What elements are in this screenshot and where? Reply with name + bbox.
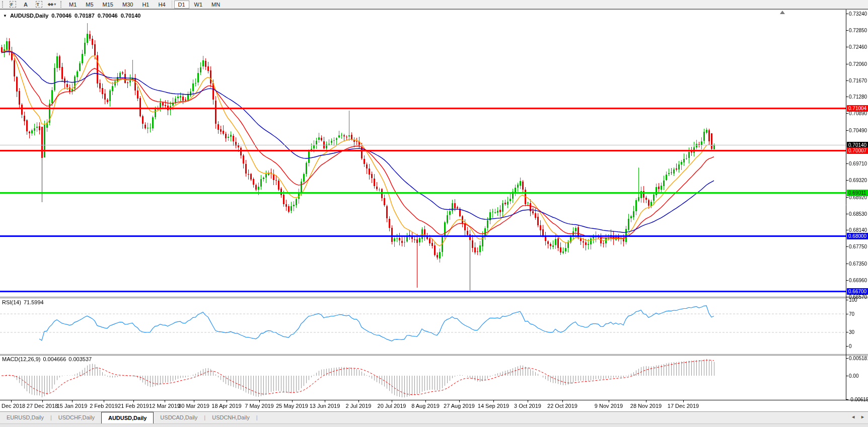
tab-scroll-right-arrow[interactable]: ► bbox=[860, 414, 865, 419]
fibonacci-tool-icon: F bbox=[10, 1, 16, 8]
chart-window: ▼ AUDUSD,Daily 0.70046 0.70187 0.70046 0… bbox=[0, 9, 868, 411]
tab-separator: | bbox=[256, 412, 258, 423]
macd-tick-label: 0.005181 bbox=[849, 355, 868, 362]
shapes-tool-button[interactable]: ◆◆▾ bbox=[46, 1, 57, 9]
price-tick-label: 0.67350 bbox=[849, 261, 867, 267]
macd-main-value: 0.004666 bbox=[43, 356, 66, 362]
price-tick-label: 0.70490 bbox=[849, 127, 867, 134]
rsi-tick-label: 100 bbox=[849, 297, 857, 303]
ohlc-low: 0.70046 bbox=[98, 13, 118, 19]
macd-name: MACD(12,26,9) bbox=[2, 356, 40, 362]
timeframe-button-m1[interactable]: M1 bbox=[65, 1, 81, 9]
timeframe-button-m30[interactable]: M30 bbox=[118, 1, 137, 9]
tab-scrollers: ◄ ► bbox=[851, 414, 865, 419]
chart-tab-bar: EURUSD,Daily|USDCHF,DailyAUDUSD,DailyUSD… bbox=[0, 411, 868, 423]
shapes-dropdown-caret-icon: ▾ bbox=[54, 2, 56, 7]
price-tick-label: 0.72060 bbox=[849, 61, 867, 67]
toolbar-grip[interactable] bbox=[2, 1, 4, 8]
support-line-0.66700[interactable] bbox=[0, 291, 846, 292]
rsi-indicator-label: RSI(14) 71.5994 bbox=[2, 299, 44, 305]
timeframe-button-d1[interactable]: D1 bbox=[174, 1, 189, 9]
text-box-tool-button[interactable]: T bbox=[33, 1, 44, 9]
price-level-badge: 0.66700 bbox=[847, 288, 868, 295]
price-tick-label: 0.71280 bbox=[849, 94, 867, 100]
window-bottom-strip bbox=[0, 423, 868, 427]
date-tick-label: 28 Nov 2019 bbox=[625, 403, 667, 409]
chart-tabs: EURUSD,Daily|USDCHF,DailyAUDUSD,DailyUSD… bbox=[0, 412, 258, 423]
current-price-line bbox=[0, 145, 846, 145]
date-tick-label: 9 Nov 2019 bbox=[588, 403, 630, 409]
price-tick-label: 0.72460 bbox=[849, 44, 867, 50]
tab-usdchf-daily[interactable]: USDCHF,Daily bbox=[52, 412, 101, 423]
timeframe-button-mn[interactable]: MN bbox=[207, 1, 224, 9]
rsi-name: RSI(14) bbox=[2, 299, 21, 305]
date-tick-label: 22 Oct 2019 bbox=[541, 403, 584, 409]
price-tick-label: 0.67750 bbox=[849, 243, 867, 250]
price-tick-label: 0.69710 bbox=[849, 160, 867, 167]
price-tick-label: 0.73240 bbox=[849, 11, 867, 17]
rsi-tick-label: 0 bbox=[849, 343, 852, 350]
macd-indicator-label: MACD(12,26,9) 0.004666 0.003537 bbox=[2, 356, 92, 362]
price-level-badge: 0.70007 bbox=[847, 147, 868, 154]
resistance-line-0.70007[interactable] bbox=[0, 150, 846, 151]
macd-tick-label: -0.006153 bbox=[849, 396, 868, 403]
chart-shift-marker-icon bbox=[780, 11, 785, 14]
tab-eurusd-daily[interactable]: EURUSD,Daily bbox=[0, 412, 50, 423]
chart-title: ▼ AUDUSD,Daily 0.70046 0.70187 0.70046 0… bbox=[3, 13, 140, 19]
ohlc-close: 0.70140 bbox=[121, 13, 141, 19]
price-level-badge: 0.71004 bbox=[847, 105, 868, 112]
price-tick-label: 0.68530 bbox=[849, 211, 867, 217]
rsi-value: 71.5994 bbox=[24, 299, 44, 305]
shapes-tool-icon: ◆◆ bbox=[48, 2, 53, 7]
timeframe-button-w1[interactable]: W1 bbox=[190, 1, 207, 9]
price-level-badge: 0.68000 bbox=[847, 233, 868, 239]
toolbar-grip-2[interactable] bbox=[60, 1, 62, 8]
support-line-0.68000[interactable] bbox=[0, 235, 846, 237]
timeframe-separator bbox=[172, 1, 172, 8]
tab-usdcad-daily[interactable]: USDCAD,Daily bbox=[154, 412, 204, 423]
rsi-tick-label: 30 bbox=[849, 329, 854, 335]
timeframe-button-m15[interactable]: M15 bbox=[99, 1, 117, 9]
ohlc-open: 0.70046 bbox=[51, 13, 71, 19]
tab-usdcnh-daily[interactable]: USDCNH,Daily bbox=[205, 412, 256, 423]
fibonacci-tool-button[interactable]: F bbox=[7, 1, 18, 9]
toolbar: FAT◆◆▾ M1M5M15M30H1H4D1W1MN bbox=[0, 0, 868, 9]
ohlc-high: 0.70187 bbox=[75, 13, 95, 19]
drawing-tools-group: FAT◆◆▾ bbox=[6, 1, 58, 9]
resistance-line-0.71004[interactable] bbox=[0, 108, 846, 109]
text-tool-icon: A bbox=[24, 2, 28, 8]
timeframe-button-m5[interactable]: M5 bbox=[82, 1, 97, 9]
timeframes-group: M1M5M15M30H1H4D1W1MN bbox=[64, 1, 225, 9]
text-box-tool-icon: T bbox=[36, 1, 42, 8]
timeframe-button-h1[interactable]: H1 bbox=[138, 1, 153, 9]
date-tick-label: 17 Dec 2019 bbox=[662, 403, 704, 409]
chart-symbol-label: AUDUSD,Daily bbox=[10, 13, 48, 19]
chart-expander-icon[interactable]: ▼ bbox=[3, 14, 7, 18]
price-tick-label: 0.71670 bbox=[849, 77, 867, 84]
price-tick-label: 0.66960 bbox=[849, 277, 867, 284]
price-tick-label: 0.69320 bbox=[849, 177, 867, 184]
support-line-0.69011[interactable] bbox=[0, 192, 846, 194]
mt4-window: FAT◆◆▾ M1M5M15M30H1H4D1W1MN ▼ AUDUSD,Dai… bbox=[0, 0, 868, 427]
tab-audusd-daily[interactable]: AUDUSD,Daily bbox=[101, 412, 154, 423]
price-level-badge: 0.69011 bbox=[847, 190, 868, 196]
timeframe-button-h4[interactable]: H4 bbox=[154, 1, 169, 9]
tab-scroll-left-arrow[interactable]: ◄ bbox=[851, 414, 855, 419]
price-tick-label: 0.72850 bbox=[849, 27, 867, 34]
rsi-tick-label: 70 bbox=[849, 311, 854, 317]
macd-tick-label: 0.00 bbox=[849, 373, 858, 379]
text-tool-button[interactable]: A bbox=[20, 1, 31, 9]
chart-canvas[interactable] bbox=[0, 9, 868, 411]
macd-signal-value: 0.003537 bbox=[68, 356, 92, 362]
